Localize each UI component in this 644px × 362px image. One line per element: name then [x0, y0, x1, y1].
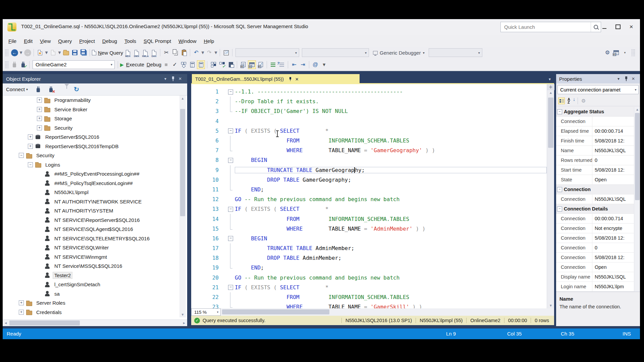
toolbar-options-overflow-icon[interactable]: ▾ [621, 48, 629, 57]
menu-item[interactable]: View [36, 37, 54, 45]
close-button[interactable]: × [625, 22, 638, 32]
scrollbar-thumb[interactable] [548, 98, 553, 148]
toolbar-combo-2[interactable]: ▾ [302, 48, 369, 57]
fold-margin[interactable] [226, 302, 235, 308]
tree-item[interactable]: Credentials [3, 308, 179, 317]
toolbar-grip[interactable] [631, 49, 635, 56]
redo-icon[interactable]: ↷ [205, 48, 213, 57]
fold-margin[interactable] [226, 243, 235, 253]
menu-item[interactable]: Debug [99, 37, 121, 45]
add-item-dropdown-icon[interactable]: ▾ [58, 48, 61, 57]
code-text[interactable]: GO -- Run the previous command and begin… [235, 275, 547, 281]
results-text-icon[interactable] [239, 60, 247, 69]
toolbar-overflow-icon[interactable]: ▾ [320, 60, 328, 69]
change-connection-icon[interactable] [19, 60, 27, 69]
property-row[interactable]: Rows returned 0 [556, 156, 640, 165]
tree-item[interactable]: NT SERVICE\SQLAgent$SQL2016 [3, 225, 179, 234]
open-file-icon[interactable] [62, 48, 70, 57]
new-query-button[interactable]: New Query [92, 48, 123, 57]
navigate-icon[interactable] [222, 48, 230, 57]
property-row[interactable]: Connection 0 [556, 243, 640, 253]
properties-scrollbar[interactable]: ▲ [634, 107, 640, 292]
menu-item[interactable]: Query [54, 37, 75, 45]
property-row[interactable]: Name N550JKL\SQL [556, 146, 640, 156]
code-text[interactable]: IF ( EXISTS ( SELECT * [235, 128, 547, 134]
tab-close-icon[interactable]: ✕ [295, 77, 299, 82]
connect-button[interactable]: Connect [6, 86, 25, 92]
close-panel-icon[interactable]: ✕ [630, 76, 637, 81]
scrollbar-thumb[interactable] [635, 113, 640, 200]
document-tab[interactable]: T002_01_OnlineGam...550JKL\lpmpl (55)) ✕ [192, 74, 360, 84]
code-text[interactable]: TRUNCATE TABLE AdminMember; [235, 245, 547, 251]
tree-item[interactable]: NT SERVICE\SQLWriter [3, 243, 179, 252]
tree-expander[interactable] [37, 125, 42, 130]
fold-margin[interactable] [226, 185, 235, 194]
code-text[interactable]: BEGIN [235, 157, 547, 163]
tree-expander[interactable] [37, 116, 42, 121]
scroll-up-icon[interactable]: ▲ [634, 107, 640, 112]
tree-expander[interactable] [28, 162, 33, 167]
tree-expander[interactable] [19, 310, 24, 315]
menu-item[interactable]: File [5, 37, 20, 45]
connect-icon[interactable] [10, 60, 18, 69]
fold-margin[interactable] [226, 273, 235, 283]
property-row[interactable]: Connection 5/08/2018 12: [556, 253, 640, 262]
property-row[interactable]: Elapsed time 00:00:00.714 [556, 126, 640, 136]
mdx-query-icon[interactable]: MDX [124, 48, 132, 57]
wrench-icon[interactable]: ⚙ [603, 48, 611, 57]
fold-margin[interactable] [226, 106, 235, 116]
alphabetical-sort-icon[interactable]: AZ [568, 98, 572, 104]
tab-list-dropdown-icon[interactable]: ▼ [548, 77, 551, 81]
property-row[interactable]: Finish time 5/08/2018 12: [556, 136, 640, 146]
connect-object-explorer-icon[interactable] [34, 85, 42, 94]
tree-expander[interactable] [28, 144, 33, 149]
scroll-up-icon[interactable]: ▲ [179, 96, 186, 101]
property-row[interactable]: Connection 5/08/2018 12: [556, 233, 640, 243]
tree-item[interactable]: Security [3, 123, 179, 133]
window-position-icon[interactable]: ▾ [615, 76, 622, 81]
code-text[interactable]: IF ( EXISTS ( SELECT * [235, 206, 547, 212]
categorized-icon[interactable] [558, 98, 565, 104]
results-grid-icon[interactable] [248, 60, 256, 69]
tree-item[interactable]: NT AUTHORITY\SYSTEM [3, 206, 179, 216]
disconnect-icon[interactable] [47, 85, 55, 94]
code-text[interactable]: FROM INFORMATION_SCHEMA.TABLES [235, 294, 547, 300]
code-text[interactable]: FROM INFORMATION_SCHEMA.TABLES [235, 216, 547, 222]
fold-margin[interactable] [226, 165, 235, 175]
template-check-icon[interactable] [218, 60, 226, 69]
tree-expander[interactable] [37, 98, 42, 103]
new-file-icon[interactable] [36, 48, 44, 57]
code-text[interactable]: BEGIN [235, 235, 547, 242]
database-combobox[interactable]: OnlineGame2 ▾ [33, 60, 115, 69]
comment-icon[interactable] [269, 60, 277, 69]
menu-item[interactable]: Window [175, 37, 200, 45]
undo-icon[interactable]: ↶ [192, 48, 200, 57]
fold-margin[interactable] [226, 214, 235, 224]
stop-icon[interactable]: ■ [162, 60, 170, 69]
fold-margin[interactable] [226, 292, 235, 302]
code-text[interactable]: TRUNCATE TABLE GamerGeography; [235, 167, 547, 173]
property-row[interactable]: Connection Open [556, 262, 640, 272]
fold-margin[interactable] [226, 283, 235, 292]
menu-item[interactable]: Edit [20, 37, 36, 45]
property-row[interactable]: Aggregate Status [556, 107, 640, 117]
code-text[interactable]: WHERE TABLE_NAME = 'GamerSkill' ) ) [235, 304, 547, 308]
split-editor-handle[interactable]: ✛ [547, 84, 554, 90]
tab-pin-icon[interactable] [288, 77, 292, 81]
property-row[interactable]: Connection N550JKL\SQL [556, 194, 640, 204]
tree-horizontal-scrollbar[interactable]: ◄ ► [3, 319, 187, 326]
tree-item[interactable]: NT SERVICE\Winmgmt [3, 252, 179, 262]
code-text[interactable]: WHERE TABLE_NAME = 'AdminMember' ) ) [235, 226, 547, 232]
tree-item[interactable]: NT AUTHORITY\NETWORK SERVICE [3, 197, 179, 206]
tree-item[interactable]: NT Service\MSSQL$SQL2016 [3, 261, 179, 271]
save-all-icon[interactable] [79, 48, 88, 57]
auto-hide-pin-icon[interactable] [169, 76, 176, 81]
code-text[interactable]: --IF OBJECT_ID('Gamer') IS NOT NULL [235, 108, 547, 114]
properties-object-combobox[interactable]: Current connection paramet ▾ [557, 85, 639, 94]
tree-expander[interactable] [28, 134, 33, 139]
menu-item[interactable]: Help [200, 37, 218, 45]
indent-icon[interactable]: ⇥ [299, 60, 307, 69]
intellisense-icon[interactable] [188, 60, 196, 69]
code-text[interactable]: END; [235, 264, 547, 271]
parse-icon[interactable]: ✓ [171, 60, 179, 69]
